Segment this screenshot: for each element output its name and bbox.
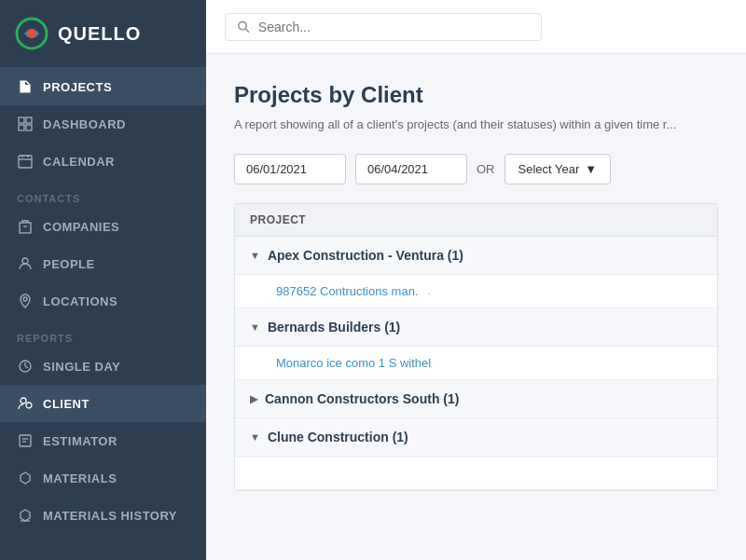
sidebar-item-projects[interactable]: PROJECTS xyxy=(0,68,206,105)
people-icon xyxy=(17,255,34,272)
sidebar-item-companies-label: COMPANIES xyxy=(43,220,119,234)
group-row[interactable]: ▼ Apex Construction - Ventura (1) xyxy=(235,237,717,275)
companies-icon xyxy=(17,218,34,235)
location-icon xyxy=(17,293,34,309)
sidebar-item-dashboard-label: DASHBOARD xyxy=(43,117,126,131)
chevron-down-icon: ▼ xyxy=(250,321,260,333)
file-icon xyxy=(17,78,34,95)
sidebar-logo: QUELLO xyxy=(0,0,206,68)
singleday-icon xyxy=(17,358,34,375)
select-year-button[interactable]: Select Year ▼ xyxy=(504,154,612,184)
sidebar-item-people-label: PEOPLE xyxy=(43,257,95,271)
materials-history-icon xyxy=(17,507,34,524)
svg-point-1 xyxy=(27,29,36,38)
start-date-input[interactable] xyxy=(234,154,346,184)
sidebar-item-materials-label: MATERIALS xyxy=(43,471,117,485)
estimator-icon xyxy=(17,432,34,449)
svg-point-12 xyxy=(22,258,28,264)
group-row[interactable]: ▼ Bernards Builders (1) xyxy=(235,308,717,347)
list-item[interactable]: 987652 Contructions man. . xyxy=(235,275,717,308)
chevron-down-icon: ▼ xyxy=(250,431,260,443)
svg-line-24 xyxy=(245,28,249,32)
app-name: QUELLO xyxy=(58,23,141,45)
group-name: Bernards Builders (1) xyxy=(268,320,400,335)
filters-row: OR Select Year ▼ xyxy=(234,154,718,184)
search-input[interactable] xyxy=(258,20,530,34)
page-title: Projects by Client xyxy=(234,82,718,108)
svg-rect-10 xyxy=(20,223,31,233)
page-subtitle: A report showing all of a client's proje… xyxy=(234,117,718,131)
sidebar-item-single-day-label: SINGLE DAY xyxy=(43,360,120,374)
svg-rect-5 xyxy=(26,125,32,130)
project-id: 987652 Contructions man. xyxy=(276,284,418,298)
or-label: OR xyxy=(477,162,495,176)
materials-icon xyxy=(17,470,34,486)
svg-point-18 xyxy=(26,403,32,408)
sidebar-item-single-day[interactable]: SINGLE DAY xyxy=(0,348,206,385)
svg-rect-6 xyxy=(19,156,32,168)
chevron-right-icon: ▶ xyxy=(250,393,257,405)
sidebar-item-companies[interactable]: COMPANIES xyxy=(0,208,206,245)
svg-rect-2 xyxy=(19,117,24,123)
group-name: Apex Construction - Ventura (1) xyxy=(268,248,463,263)
list-item[interactable]: Monarco ice como 1 S withel xyxy=(235,347,717,380)
sidebar-item-locations[interactable]: LOCATIONS xyxy=(0,282,206,320)
chevron-down-icon: ▼ xyxy=(585,162,597,176)
app-logo-icon xyxy=(15,17,48,50)
sidebar-item-estimator-label: ESTIMATOR xyxy=(43,434,117,448)
sidebar-item-client-label: CLIENT xyxy=(43,397,90,411)
select-year-label: Select Year xyxy=(518,162,580,176)
dot: . xyxy=(427,286,430,296)
svg-point-13 xyxy=(23,297,27,301)
search-bar xyxy=(225,13,542,41)
contacts-section-label: CONTACTS xyxy=(0,180,206,208)
svg-point-23 xyxy=(239,21,246,29)
reports-section-label: REPORTS xyxy=(0,320,206,348)
group-name: Clune Construction (1) xyxy=(268,430,408,444)
search-icon xyxy=(237,20,251,34)
dashboard-icon xyxy=(17,116,34,132)
sidebar-item-people[interactable]: PEOPLE xyxy=(0,245,206,282)
project-table: PROJECT ▼ Apex Construction - Ventura (1… xyxy=(234,203,718,491)
sidebar-item-dashboard[interactable]: DASHBOARD xyxy=(0,105,206,143)
project-id xyxy=(276,466,280,480)
sidebar: QUELLO PROJECTS DASHBOARD CALENDAR CONTA… xyxy=(0,0,206,560)
table-header: PROJECT xyxy=(235,204,717,237)
svg-rect-4 xyxy=(19,125,24,130)
group-row[interactable]: ▼ Clune Construction (1) xyxy=(235,418,717,457)
sidebar-item-materials-history-label: MATERIALS HISTORY xyxy=(43,509,177,523)
sidebar-item-client[interactable]: CLIENT xyxy=(0,385,206,422)
svg-rect-19 xyxy=(20,435,31,446)
chevron-down-icon: ▼ xyxy=(250,250,260,261)
sidebar-item-materials[interactable]: MATERIALS xyxy=(0,459,206,497)
sidebar-item-materials-history[interactable]: MATERIALS HISTORY xyxy=(0,497,206,534)
svg-line-16 xyxy=(25,366,28,368)
sidebar-item-locations-label: LOCATIONS xyxy=(43,294,117,308)
project-id: Monarco ice como 1 S withel xyxy=(276,356,431,370)
calendar-icon xyxy=(17,153,34,170)
content-area: Projects by Client A report showing all … xyxy=(206,54,746,560)
group-row[interactable]: ▶ Cannon Constructors South (1) xyxy=(235,380,717,418)
group-name: Cannon Constructors South (1) xyxy=(265,391,459,406)
sidebar-item-projects-label: PROJECTS xyxy=(43,80,112,94)
topbar xyxy=(206,0,746,54)
list-item[interactable] xyxy=(235,457,717,490)
main-content: Projects by Client A report showing all … xyxy=(206,0,746,560)
svg-point-17 xyxy=(21,398,26,403)
svg-rect-3 xyxy=(26,117,32,123)
sidebar-item-calendar[interactable]: CALENDAR xyxy=(0,143,206,180)
sidebar-item-estimator[interactable]: ESTIMATOR xyxy=(0,422,206,459)
sidebar-item-calendar-label: CALENDAR xyxy=(43,155,115,169)
client-icon xyxy=(17,395,34,412)
end-date-input[interactable] xyxy=(355,154,467,184)
